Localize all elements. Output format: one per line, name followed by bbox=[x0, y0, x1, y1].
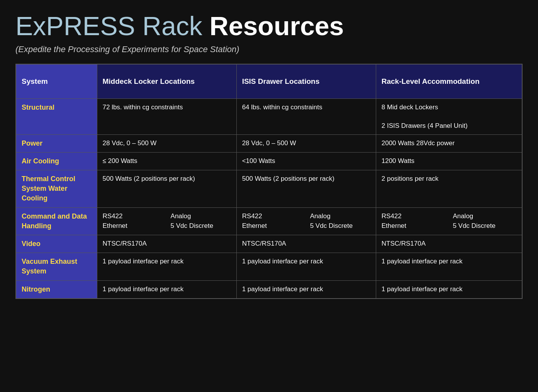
system-nitrogen: Nitrogen bbox=[16, 280, 97, 299]
vacuum-isis: 1 payload interface per rack bbox=[236, 253, 376, 280]
structural-middeck: 72 lbs. within cg constraints bbox=[97, 99, 236, 134]
cdh-isis: RS422 Analog Ethernet 5 Vdc Discrete bbox=[236, 207, 376, 235]
power-isis: 28 Vdc, 0 – 500 W bbox=[236, 134, 376, 152]
air-cooling-middeck: ≤ 200 Watts bbox=[97, 152, 236, 170]
vacuum-middeck: 1 payload interface per rack bbox=[97, 253, 236, 280]
header-middeck: Middeck Locker Locations bbox=[97, 64, 236, 99]
table-row: Vacuum Exhaust System 1 payload interfac… bbox=[16, 253, 522, 280]
video-middeck: NTSC/RS170A bbox=[97, 235, 236, 253]
header-rack: Rack-Level Accommodation bbox=[376, 64, 522, 99]
thermal-middeck: 500 Watts (2 positions per rack) bbox=[97, 170, 236, 208]
header-isis: ISIS Drawer Locations bbox=[236, 64, 376, 99]
subtitle: (Expedite the Processing of Experiments … bbox=[15, 44, 523, 54]
air-cooling-rack: 1200 Watts bbox=[376, 152, 522, 170]
vacuum-rack: 1 payload interface per rack bbox=[376, 253, 522, 280]
table-row: Power 28 Vdc, 0 – 500 W 28 Vdc, 0 – 500 … bbox=[16, 134, 522, 152]
cdh-rack: RS422 Analog Ethernet 5 Vdc Discrete bbox=[376, 207, 522, 235]
resources-table: System Middeck Locker Locations ISIS Dra… bbox=[15, 64, 523, 299]
system-air-cooling: Air Cooling bbox=[16, 152, 97, 170]
table-row: Command and Data Handling RS422 Analog E… bbox=[16, 207, 522, 235]
thermal-isis: 500 Watts (2 positions per rack) bbox=[236, 170, 376, 208]
system-video: Video bbox=[16, 235, 97, 253]
video-isis: NTSC/RS170A bbox=[236, 235, 376, 253]
system-cdh: Command and Data Handling bbox=[16, 207, 97, 235]
nitrogen-middeck: 1 payload interface per rack bbox=[97, 280, 236, 299]
structural-rack: 8 Mid deck Lockers 2 ISIS Drawers (4 Pan… bbox=[376, 99, 522, 134]
nitrogen-rack: 1 payload interface per rack bbox=[376, 280, 522, 299]
system-thermal: Thermal Control System Water Cooling bbox=[16, 170, 97, 208]
table-row: Structural 72 lbs. within cg constraints… bbox=[16, 99, 522, 134]
table-header-row: System Middeck Locker Locations ISIS Dra… bbox=[16, 64, 522, 99]
header-system: System bbox=[16, 64, 97, 99]
power-rack: 2000 Watts 28Vdc power bbox=[376, 134, 522, 152]
cdh-middeck: RS422 Analog Ethernet 5 Vdc Discrete bbox=[97, 207, 236, 235]
video-rack: NTSC/RS170A bbox=[376, 235, 522, 253]
system-structural: Structural bbox=[16, 99, 97, 134]
air-cooling-isis: <100 Watts bbox=[236, 152, 376, 170]
power-middeck: 28 Vdc, 0 – 500 W bbox=[97, 134, 236, 152]
table-row: Video NTSC/RS170A NTSC/RS170A NTSC/RS170… bbox=[16, 235, 522, 253]
structural-isis: 64 lbs. within cg constraints bbox=[236, 99, 376, 134]
page-title: ExPRESS Rack Resources bbox=[15, 12, 523, 41]
thermal-rack: 2 positions per rack bbox=[376, 170, 522, 208]
nitrogen-isis: 1 payload interface per rack bbox=[236, 280, 376, 299]
table-row: Thermal Control System Water Cooling 500… bbox=[16, 170, 522, 208]
system-power: Power bbox=[16, 134, 97, 152]
table-row: Nitrogen 1 payload interface per rack 1 … bbox=[16, 280, 522, 299]
system-vacuum: Vacuum Exhaust System bbox=[16, 253, 97, 280]
table-row: Air Cooling ≤ 200 Watts <100 Watts 1200 … bbox=[16, 152, 522, 170]
